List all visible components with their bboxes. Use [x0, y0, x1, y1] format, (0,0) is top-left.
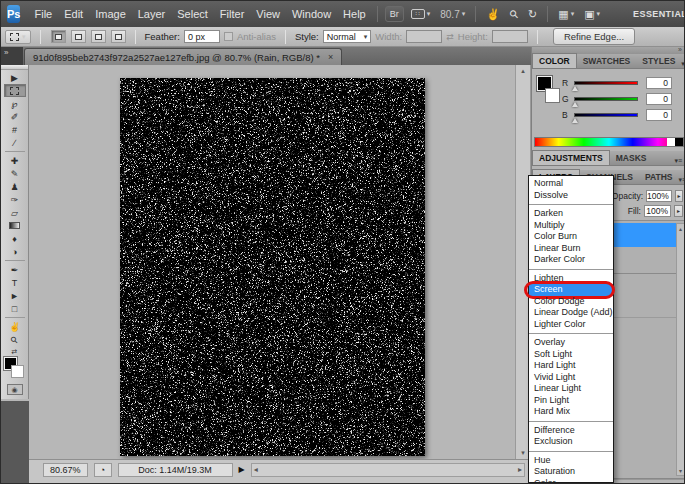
zoom-level-control[interactable]: 80.7 ▾	[436, 7, 469, 22]
menu-item-darken[interactable]: Darken	[529, 208, 613, 220]
blue-slider-thumb[interactable]	[572, 118, 578, 123]
move-tool[interactable]: ▶	[4, 71, 26, 84]
anti-alias-checkbox[interactable]	[224, 32, 233, 41]
color-spectrum-ramp[interactable]	[534, 137, 684, 147]
tool-preset-picker[interactable]: ▾	[5, 30, 31, 44]
menu-item-lighten[interactable]: Lighten	[529, 273, 613, 285]
tab-masks[interactable]: MASKS	[610, 151, 653, 165]
menu-item-overlay[interactable]: Overlay	[529, 337, 613, 349]
green-slider[interactable]	[574, 97, 638, 101]
status-flyout-icon[interactable]: ▶	[239, 465, 245, 474]
menu-item-vivid-light[interactable]: Vivid Light	[529, 372, 613, 384]
horizontal-scrollbar[interactable]: ◂ ▸	[251, 463, 525, 477]
red-slider[interactable]	[574, 81, 638, 85]
panel-menu-icon[interactable]: ▾≡	[681, 60, 685, 68]
dodge-tool[interactable]: ◑	[4, 245, 26, 258]
menu-window[interactable]: Window	[286, 8, 337, 20]
tab-swatches[interactable]: SWATCHES	[577, 54, 637, 68]
scroll-left-icon[interactable]: ◂	[254, 465, 258, 474]
clone-stamp-tool[interactable]: ♟	[4, 180, 26, 193]
menu-item-hue[interactable]: Hue	[529, 455, 613, 467]
menu-item-soft-light[interactable]: Soft Light	[529, 349, 613, 361]
menu-item-dissolve[interactable]: Dissolve	[529, 190, 613, 202]
zoom-tool-button[interactable]: ⚲	[506, 6, 522, 23]
canvas-image[interactable]	[120, 78, 425, 456]
scroll-up-icon[interactable]: ▴	[516, 67, 530, 75]
fill-field[interactable]: 100%	[644, 205, 671, 217]
new-selection-button[interactable]	[51, 30, 66, 43]
lasso-tool[interactable]: ℘	[4, 97, 26, 110]
rotate-view-button[interactable]: ↻	[524, 6, 541, 23]
menu-item-lighter-color[interactable]: Lighter Color	[529, 319, 613, 331]
history-brush-tool[interactable]: ✑	[4, 193, 26, 206]
zoom-tool[interactable]: ⚲	[4, 333, 26, 346]
rectangular-marquee-tool[interactable]	[4, 84, 26, 97]
panel-menu-icon[interactable]: ▾≡	[678, 176, 685, 184]
menu-item-normal[interactable]: Normal	[529, 178, 613, 190]
menu-item-color-dodge[interactable]: Color Dodge	[529, 296, 613, 308]
menu-file[interactable]: File	[28, 8, 58, 20]
panel-menu-icon[interactable]: ▾≡	[674, 157, 685, 165]
type-tool[interactable]: T	[4, 276, 26, 289]
menu-item-linear-dodge[interactable]: Linear Dodge (Add)	[529, 307, 613, 319]
white-ramp-swatch[interactable]	[667, 138, 675, 146]
menu-item-color-burn[interactable]: Color Burn	[529, 231, 613, 243]
tab-adjustments[interactable]: ADJUSTMENTS	[532, 150, 610, 165]
fill-spinner-icon[interactable]: ▸	[674, 205, 683, 217]
crop-tool[interactable]: #	[4, 123, 26, 136]
opacity-field[interactable]: 100%	[646, 190, 672, 202]
shape-tool[interactable]: □	[4, 302, 26, 315]
gradient-tool[interactable]	[4, 219, 26, 232]
screen-mode-button[interactable]: ▣ ▾	[580, 6, 604, 23]
pen-tool[interactable]: ✒	[4, 263, 26, 276]
feather-input[interactable]: 0 px	[184, 30, 220, 43]
eraser-tool[interactable]: ▱	[4, 206, 26, 219]
tab-paths[interactable]: PATHS	[639, 170, 679, 184]
menu-item-multiply[interactable]: Multiply	[529, 220, 613, 232]
menu-item-hard-mix[interactable]: Hard Mix	[529, 406, 613, 418]
menu-item-difference[interactable]: Difference	[529, 425, 613, 437]
launch-bridge-button[interactable]: Br	[385, 6, 404, 22]
layers-scrollbar[interactable]: ▴ ▾	[676, 223, 685, 476]
view-extras-button[interactable]: ∷ ▾	[407, 7, 435, 21]
eyedropper-tool[interactable]: ∕	[4, 136, 26, 149]
menu-item-saturation[interactable]: Saturation	[529, 466, 613, 478]
intersect-selection-button[interactable]	[111, 30, 126, 43]
close-document-icon[interactable]: ×	[328, 52, 333, 62]
toolbox-grip[interactable]	[1, 65, 28, 70]
menu-item-exclusion[interactable]: Exclusion	[529, 436, 613, 448]
tab-color[interactable]: COLOR	[532, 53, 577, 68]
menu-help[interactable]: Help	[337, 8, 372, 20]
add-to-selection-button[interactable]	[71, 30, 86, 43]
scroll-down-icon[interactable]: ▾	[677, 467, 684, 474]
menu-view[interactable]: View	[250, 8, 286, 20]
path-selection-tool[interactable]: ►	[4, 289, 26, 302]
menu-item-linear-burn[interactable]: Linear Burn	[529, 243, 613, 255]
workspace-switcher[interactable]: ESSENTIALS ▾	[633, 9, 685, 19]
menu-item-pin-light[interactable]: Pin Light	[529, 395, 613, 407]
status-zoom-field[interactable]: 80.67%	[43, 463, 88, 477]
document-tab[interactable]: 91d0f895beb2743f972a2527ae127efb.jpg @ 8…	[24, 48, 342, 65]
menu-item-screen[interactable]: Screen	[529, 284, 613, 296]
scroll-up-icon[interactable]: ▴	[677, 225, 684, 232]
hand-tool[interactable]: ✌	[4, 320, 26, 333]
arrange-documents-button[interactable]: ▦ ▾	[554, 6, 578, 23]
menu-image[interactable]: Image	[89, 8, 132, 20]
swap-colors-icon[interactable]: ⇄	[12, 348, 18, 356]
hand-tool-button[interactable]: ✌	[482, 6, 504, 23]
opacity-spinner-icon[interactable]: ▸	[675, 190, 683, 202]
quick-selection-tool[interactable]: ✐	[4, 110, 26, 123]
green-value-field[interactable]: 0	[646, 93, 672, 105]
refine-edge-button[interactable]: Refine Edge...	[553, 28, 635, 45]
green-slider-thumb[interactable]	[572, 102, 578, 107]
menu-item-color[interactable]: Color	[529, 478, 613, 484]
double-chevron-icon[interactable]: »	[1, 47, 23, 65]
tab-styles[interactable]: STYLES	[636, 54, 681, 68]
menu-item-hard-light[interactable]: Hard Light	[529, 360, 613, 372]
brush-tool[interactable]: ✎	[4, 167, 26, 180]
spot-healing-brush-tool[interactable]: ✚	[4, 154, 26, 167]
menu-item-linear-light[interactable]: Linear Light	[529, 383, 613, 395]
menu-item-darker-color[interactable]: Darker Color	[529, 254, 613, 266]
red-slider-thumb[interactable]	[572, 86, 578, 91]
black-ramp-swatch[interactable]	[675, 138, 683, 146]
